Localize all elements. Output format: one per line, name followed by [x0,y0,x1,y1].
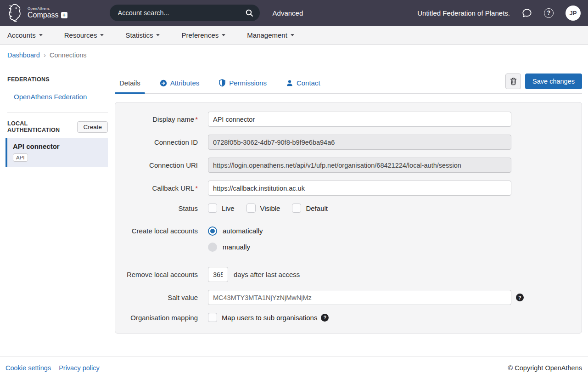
organisation-mapping-label: Organisation mapping [115,314,208,322]
nav-accounts[interactable]: Accounts [7,31,43,39]
main-content: Details Attributes Permissions [115,64,588,334]
shield-icon [218,79,226,87]
owl-logo-icon [7,3,24,23]
tab-contact-label: Contact [297,79,320,87]
brand-text: OpenAthens Compass + [28,7,67,19]
map-users-checkbox[interactable] [208,313,217,322]
copyright-text: © Copyright OpenAthens [508,364,582,372]
display-name-label: Display name* [115,115,208,123]
organisation-mapping-row: Organisation mapping Map users to sub or… [115,313,570,322]
privacy-policy-link[interactable]: Privacy policy [59,364,100,372]
delete-button[interactable] [505,74,521,89]
openathens-logo: OpenAthens Compass + [7,3,67,23]
connection-uri-input [208,158,511,173]
account-search [110,5,260,21]
person-icon [286,79,293,87]
tab-attributes[interactable]: Attributes [155,74,204,93]
search-input[interactable] [118,9,245,17]
connection-uri-row: Connection URI [115,158,570,173]
remove-days-input[interactable] [208,267,228,282]
remove-local-accounts-label: Remove local accounts [115,271,208,278]
details-form-panel: Display name* Connection ID Connection U… [115,102,582,334]
brand-compass: Compass [28,11,59,19]
local-authentication-heading: LOCAL AUTHENTICATION [7,120,77,133]
connection-uri-label: Connection URI [115,161,208,169]
radio-unselected-icon[interactable] [208,243,217,252]
brand-openathens: OpenAthens [28,7,67,11]
nav-management[interactable]: Management [247,31,294,39]
sidebar: FEDERATIONS OpenAthens Federation LOCAL … [0,64,115,167]
status-live-label: Live [222,204,235,212]
connection-id-row: Connection ID [115,135,570,150]
nav-resources-label: Resources [64,31,97,39]
save-changes-button[interactable]: Save changes [525,74,582,89]
display-name-row: Display name* [115,112,570,127]
chat-icon[interactable] [522,8,532,18]
connection-id-label: Connection ID [115,138,208,146]
chevron-down-icon [39,34,43,36]
required-asterisk: * [195,115,198,123]
nav-resources[interactable]: Resources [64,31,104,39]
sidebar-item-openathens-federation[interactable]: OpenAthens Federation [14,93,115,101]
nav-statistics[interactable]: Statistics [125,31,160,39]
status-default-option[interactable]: Default [292,204,328,213]
display-name-input[interactable] [208,112,511,127]
callback-url-input[interactable] [208,181,511,196]
status-visible-label: Visible [260,204,280,212]
cookie-settings-link[interactable]: Cookie settings [6,364,51,372]
create-local-accounts-row: Create local accounts automatically manu… [115,223,570,255]
salt-value-label: Salt value [115,294,208,301]
chevron-down-icon [100,34,104,36]
advanced-search-link[interactable]: Advanced [273,9,303,17]
app-header: OpenAthens Compass + Advanced Untitled F… [0,0,588,26]
chevron-down-icon [156,34,160,36]
tab-contact[interactable]: Contact [281,74,325,93]
map-users-option[interactable]: Map users to sub organisations ? [208,313,329,322]
status-label: Status [115,204,208,212]
remove-days-suffix: days after last access [234,271,300,278]
salt-value-input[interactable] [208,290,511,305]
required-asterisk: * [195,184,198,192]
status-visible-option[interactable]: Visible [246,204,280,213]
callback-url-row: Callback URL* [115,181,570,196]
create-accounts-automatically-option[interactable]: automatically [208,223,263,238]
chevron-down-icon [291,34,294,36]
breadcrumb-separator: › [44,51,46,59]
tab-bar: Details Attributes Permissions [115,74,582,94]
salt-help-icon[interactable]: ? [516,294,524,301]
user-avatar[interactable]: JP [566,6,581,21]
connection-id-input [208,135,511,150]
plus-badge-icon: + [61,12,67,18]
tab-details[interactable]: Details [115,74,145,93]
connection-type-badge: API [13,153,28,162]
breadcrumb-dashboard-link[interactable]: Dashboard [7,51,40,59]
page-footer: Cookie settings Privacy policy © Copyrig… [0,356,588,379]
status-visible-checkbox[interactable] [246,204,256,213]
arrow-circle-icon [160,79,167,87]
tab-permissions[interactable]: Permissions [214,74,271,93]
map-users-label: Map users to sub organisations [222,314,317,322]
status-live-option[interactable]: Live [208,204,235,213]
callback-url-label: Callback URL* [115,184,208,192]
radio-selected-icon[interactable] [208,226,217,236]
help-icon[interactable]: ? [544,8,554,18]
create-button[interactable]: Create [77,121,108,133]
main-nav: Accounts Resources Statistics Preference… [0,26,588,45]
nav-accounts-label: Accounts [7,31,36,39]
create-accounts-manually-option[interactable]: manually [208,239,263,255]
manually-label: manually [223,243,250,251]
breadcrumb: Dashboard › Connections [0,45,588,64]
organisation-name: Untitled Federation of Planets. [417,9,510,17]
mapping-help-icon[interactable]: ? [321,314,329,322]
search-icon[interactable] [245,9,253,17]
status-live-checkbox[interactable] [208,204,217,213]
automatically-label: automatically [223,227,263,235]
remove-local-accounts-row: Remove local accounts days after last ac… [115,267,570,282]
sidebar-item-api-connector[interactable]: API connector API [6,138,108,167]
tab-attributes-label: Attributes [170,79,199,87]
nav-preferences[interactable]: Preferences [181,31,225,39]
status-default-label: Default [306,204,328,212]
connection-name: API connector [13,142,102,150]
sidebar-divider [7,113,108,113]
status-default-checkbox[interactable] [292,204,301,213]
